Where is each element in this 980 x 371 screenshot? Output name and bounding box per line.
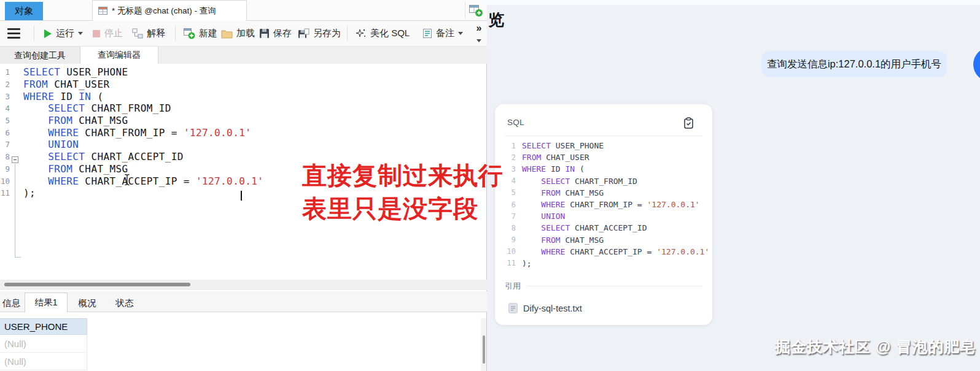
sql-code-line[interactable]: 6 WHERE CHART_FROM_IP = '127.0.0.1' [0, 126, 263, 139]
explain-label: 解释 [147, 28, 165, 39]
sql-token: USER_PHONE [551, 141, 604, 150]
fold-collapse-icon[interactable] [12, 156, 18, 163]
table-row[interactable]: (Null) [0, 335, 87, 353]
divider [465, 2, 465, 18]
tab-query-builder[interactable]: 查询创建工具 [0, 47, 80, 64]
watermark-text: 掘金技术社区 @ 冒泡的肥皂 [775, 337, 976, 357]
line-number: 8 [502, 224, 516, 232]
clipboard-check-icon [683, 117, 694, 129]
tab-info[interactable]: 信息 [0, 295, 23, 312]
tab-query-document[interactable]: * 无标题 @chat (chat) - 查询 [92, 0, 247, 21]
sql-token [522, 212, 541, 221]
vertical-scrollbar-thumb[interactable] [483, 335, 485, 364]
sql-code-line[interactable]: 8 SELECT CHART_ACCEPT_ID [0, 151, 263, 163]
sql-token: CHAT_USER [541, 153, 589, 162]
sql-card-code: 1SELECT USER_PHONE2FROM CHAT_USER3WHERE … [502, 140, 709, 269]
sql-token: CHAT_MSG [561, 188, 604, 197]
sql-token: FROM [522, 153, 541, 162]
sql-token: CHAT_MSG [72, 163, 128, 175]
sql-token [23, 139, 48, 150]
table-cell: (Null) [4, 356, 26, 367]
menu-button[interactable] [7, 21, 20, 46]
info-label: 信息 [2, 297, 20, 309]
sql-answer-card: SQL 1SELECT USER_PHONE2FROM CHAT_USER3WH… [495, 104, 712, 325]
save-button[interactable]: 保存 [259, 21, 292, 46]
citation-label: 引用 [505, 281, 521, 292]
text-caret [241, 191, 242, 201]
vertical-scrollbar[interactable] [481, 318, 486, 371]
beautify-sparkle-icon [355, 28, 367, 39]
sql-token: WHERE [541, 247, 565, 256]
sql-token: CHART_ACCEPT_IP = [565, 247, 656, 256]
preview-heading-fragment: 览 [488, 9, 504, 31]
tab-result1[interactable]: 结果1 [25, 293, 68, 313]
sql-token: CHART_FROM_ID [570, 177, 637, 186]
sql-token [522, 200, 541, 209]
copy-code-button[interactable] [682, 117, 695, 130]
horizontal-scrollbar[interactable] [0, 280, 487, 290]
toolbar-overflow-button[interactable]: » [472, 23, 486, 46]
query-tab-icon [98, 6, 108, 15]
tab-status[interactable]: 状态 [107, 295, 142, 312]
new-query-icon [183, 28, 195, 39]
sql-token [522, 223, 541, 232]
user-message-text: 查询发送信息ip:127.0.0.1的用户手机号 [767, 58, 941, 71]
sql-token: CHART_FROM_ID [85, 102, 171, 114]
sql-token: ID [54, 91, 79, 102]
sql-code-line[interactable]: 7 UNION [0, 139, 263, 151]
sql-token [522, 177, 541, 186]
sql-token [522, 247, 541, 256]
sql-editor-code: 1SELECT USER_PHONE2FROM CHAT_USER3WHERE … [0, 66, 263, 199]
sql-token: WHERE [522, 164, 546, 174]
table-row[interactable]: (Null) [0, 353, 87, 370]
sql-code-line[interactable]: 9 FROM CHAT_MSG [0, 163, 263, 175]
document-tab-bar: 对象 * 无标题 @chat (chat) - 查询 [0, 0, 487, 21]
tab-objects-label: 对象 [15, 6, 33, 17]
result-tab-bar: 信息 结果1 概况 状态 [0, 291, 487, 312]
beautify-sql-button[interactable]: 美化 SQL [355, 21, 410, 46]
divider [175, 26, 176, 41]
sql-code-line[interactable]: 2FROM CHAT_USER [0, 78, 263, 91]
mouse-ibeam-cursor [123, 174, 131, 188]
sql-token: FROM [541, 188, 560, 197]
tab-objects[interactable]: 对象 [5, 2, 43, 20]
horizontal-scrollbar-thumb[interactable] [4, 283, 190, 286]
sql-token [23, 163, 48, 175]
save-as-button[interactable]: 另存为 [298, 21, 341, 46]
sql-code-line: 3WHERE ID IN ( [502, 163, 709, 175]
run-dropdown-icon[interactable] [78, 32, 83, 35]
line-number: 8 [0, 152, 10, 161]
sql-token: WHERE [48, 127, 79, 139]
new-tab-button[interactable] [467, 3, 484, 18]
screen: 对象 * 无标题 @chat (chat) - 查询 [0, 0, 980, 371]
sql-token [23, 115, 48, 126]
comment-button[interactable]: 备注 [422, 21, 463, 46]
comment-dropdown-icon[interactable] [458, 32, 463, 35]
load-label: 加载 [236, 28, 255, 39]
line-number: 7 [502, 212, 516, 221]
sql-token: '127.0.0.1' [647, 200, 700, 209]
column-header-user-phone[interactable]: USER_PHONE [0, 318, 87, 335]
explain-button[interactable]: 解释 [132, 21, 165, 46]
sql-token: UNION [541, 212, 565, 221]
run-button[interactable]: 运行 [43, 21, 83, 46]
new-query-button[interactable]: 新建 [183, 21, 217, 46]
load-button[interactable]: 加载 [221, 21, 255, 46]
citation-file-item[interactable]: Dify-sql-test.txt [508, 303, 582, 313]
sql-code-line[interactable]: 4 SELECT CHART_FROM_ID [0, 102, 263, 115]
sql-code-line: 8 SELECT CHART_ACCEPT_ID [502, 222, 709, 234]
sql-token: SELECT [48, 102, 85, 114]
comment-note-icon [422, 28, 432, 39]
tab-profile[interactable]: 概况 [69, 295, 105, 312]
sql-code-line: 10 WHERE CHART_ACCEPT_IP = '127.0.0.1' [502, 246, 709, 258]
line-number: 1 [502, 142, 516, 150]
stop-button: 停止 [92, 21, 123, 46]
line-number: 3 [502, 165, 516, 174]
tab-query-editor[interactable]: 查询编辑器 [80, 47, 158, 64]
sql-token: '127.0.0.1' [184, 127, 251, 139]
sql-code-line[interactable]: 5 FROM CHAT_MSG [0, 115, 263, 127]
sql-code-line[interactable]: 10 WHERE CHART_ACCEPT_IP = '127.0.0.1' [0, 175, 263, 187]
sql-code-line[interactable]: 1SELECT USER_PHONE [0, 66, 263, 78]
sql-code-line[interactable]: 11); [0, 187, 263, 199]
sql-code-line[interactable]: 3WHERE ID IN ( [0, 90, 263, 102]
